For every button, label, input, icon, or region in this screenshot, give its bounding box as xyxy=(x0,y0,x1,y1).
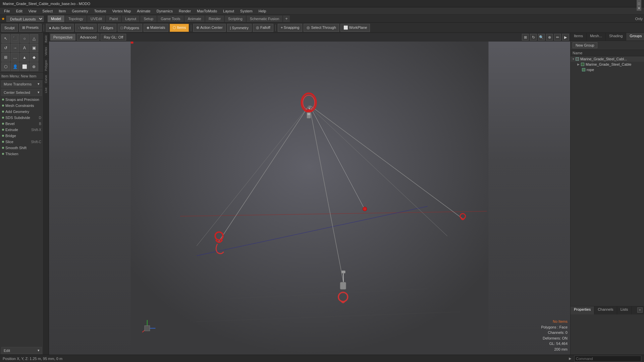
tool-rotate[interactable]: ○ xyxy=(20,34,29,43)
tab-render[interactable]: Render xyxy=(205,15,224,22)
menu-maxtomodo[interactable]: MaxToModo xyxy=(194,8,220,14)
item-menu-row[interactable]: Item Menu: New Item xyxy=(0,73,43,80)
tab-paint[interactable]: Paint xyxy=(106,15,121,22)
advanced-btn[interactable]: Advanced xyxy=(77,34,99,41)
menu-file[interactable]: File xyxy=(1,8,13,14)
strip-live[interactable]: Live xyxy=(44,85,49,95)
close-button[interactable]: ✕ xyxy=(637,6,641,11)
edges-button[interactable]: / Edges xyxy=(98,24,116,32)
tab-animate[interactable]: Animate xyxy=(184,15,205,22)
tool-10[interactable]: … xyxy=(11,53,19,62)
tab-game-tools[interactable]: Game Tools xyxy=(157,15,184,22)
menu-view[interactable]: View xyxy=(26,8,39,14)
viewport-canvas[interactable]: No Items Polygons : Face Channels: 0 Def… xyxy=(49,42,570,355)
vertices-button[interactable]: · Vertices xyxy=(75,24,96,32)
right-tab-mesh[interactable]: Mesh... xyxy=(587,33,606,41)
lists-tab[interactable]: Lists xyxy=(617,306,632,314)
items-button[interactable]: ⬡ Items xyxy=(170,24,189,32)
channels-tab[interactable]: Channels xyxy=(594,306,617,314)
right-tab-shading[interactable]: Shading xyxy=(606,33,626,41)
tool-select[interactable]: ↖ xyxy=(1,34,10,43)
presets-button[interactable]: ⊞ Presets xyxy=(19,24,42,32)
tab-scripting[interactable]: Scripting xyxy=(225,15,246,22)
sidebar-thicken[interactable]: Thicken xyxy=(0,151,43,157)
select-through-button[interactable]: ◎ Select Through xyxy=(304,24,339,32)
tab-layout[interactable]: Layout xyxy=(122,15,140,22)
viewport-icon-4[interactable]: ⊕ xyxy=(546,34,553,41)
viewport-icon-5[interactable]: ✏ xyxy=(554,34,561,41)
bottom-panel-add[interactable]: + xyxy=(637,307,643,313)
right-tab-groups[interactable]: Groups xyxy=(626,33,644,41)
snapping-button[interactable]: ⌖ Snapping xyxy=(278,24,303,32)
menu-vertex-map[interactable]: Vertex Map xyxy=(110,8,134,14)
center-selected-dropdown[interactable]: Center Selected ▾ xyxy=(1,89,42,96)
command-input[interactable] xyxy=(574,356,641,362)
strip-curve[interactable]: Curve xyxy=(44,73,49,85)
viewport-icon-1[interactable]: ⊞ xyxy=(522,34,529,41)
sidebar-smooth-shift[interactable]: Smooth Shift xyxy=(0,145,43,151)
menu-system[interactable]: System xyxy=(237,8,255,14)
sidebar-add-geometry[interactable]: Add Geometry xyxy=(0,109,43,115)
tool-move[interactable]: ⬛ xyxy=(11,34,19,43)
tool-16[interactable]: ⊕ xyxy=(30,62,38,71)
menu-layout[interactable]: Layout xyxy=(220,8,237,14)
tool-scale[interactable]: △ xyxy=(30,34,38,43)
menu-help[interactable]: Help xyxy=(256,8,269,14)
strip-basic[interactable]: Basic xyxy=(44,33,49,45)
sidebar-snaps[interactable]: Snaps and Precision xyxy=(0,97,43,103)
auto-select-button[interactable]: ● Auto Select xyxy=(46,24,74,32)
sidebar-bridge[interactable]: Bridge xyxy=(0,133,43,139)
tab-topology[interactable]: Topology xyxy=(65,15,87,22)
menu-item[interactable]: Item xyxy=(56,8,68,14)
tool-9[interactable]: ⊞ xyxy=(1,53,10,62)
perspective-btn[interactable]: Perspective xyxy=(50,34,75,41)
sidebar-slice[interactable]: Slice Shift-C xyxy=(0,139,43,145)
sidebar-sds-subdivide[interactable]: SDS Subdivide D xyxy=(0,115,43,121)
polygons-button[interactable]: □ Polygons xyxy=(118,24,142,32)
tab-setup[interactable]: Setup xyxy=(140,15,157,22)
properties-tab[interactable]: Properties xyxy=(571,306,594,314)
tool-15[interactable]: ⬜ xyxy=(20,62,29,71)
tree-item-group-root[interactable]: ▾ Marine_Grade_Steel_Cabl... xyxy=(571,56,644,62)
menu-render[interactable]: Render xyxy=(176,8,194,14)
more-transforms-button[interactable]: More Transforms ▾ xyxy=(1,80,42,87)
layout-dropdown[interactable]: Default Layouts xyxy=(6,16,44,22)
viewport-icon-3[interactable]: 🔍 xyxy=(538,34,545,41)
tool-13[interactable]: ⬡ xyxy=(1,62,10,71)
maximize-button[interactable]: □ xyxy=(637,1,641,6)
falloff-button[interactable]: ◎ Falloff xyxy=(253,24,273,32)
sidebar-extrude[interactable]: Extrude Shift-X xyxy=(0,127,43,133)
menu-select[interactable]: Select xyxy=(40,8,55,14)
tool-5[interactable]: ↺ xyxy=(1,44,10,52)
symmetry-button[interactable]: | Symmetry xyxy=(227,24,252,32)
sculpt-button[interactable]: Sculpt xyxy=(1,24,18,32)
tool-6[interactable]: → xyxy=(11,44,19,52)
menu-dynamics[interactable]: Dynamics xyxy=(154,8,175,14)
new-group-button[interactable]: New Group xyxy=(573,42,597,48)
tab-uvedit[interactable]: UVEdit xyxy=(87,15,105,22)
sidebar-bevel[interactable]: Bevel B xyxy=(0,121,43,127)
viewport-icon-2[interactable]: ↻ xyxy=(530,34,537,41)
menu-animate[interactable]: Animate xyxy=(134,8,153,14)
tool-8[interactable]: ▣ xyxy=(30,44,38,52)
materials-button[interactable]: ◈ Materials xyxy=(144,24,168,32)
ray-gl-btn[interactable]: Ray GL: Off xyxy=(101,34,126,41)
menu-texture[interactable]: Texture xyxy=(92,8,109,14)
tool-14[interactable]: 👤 xyxy=(11,62,19,71)
strip-polygon[interactable]: Polygon xyxy=(44,58,49,73)
right-tab-items[interactable]: Items xyxy=(571,33,587,41)
menu-edit[interactable]: Edit xyxy=(13,8,25,14)
workplane-button[interactable]: ⬜ WorkPlane xyxy=(340,24,370,32)
action-center-button[interactable]: ⊕ Action Center xyxy=(193,24,225,32)
tree-item-rope[interactable]: rope xyxy=(571,67,644,72)
tab-model[interactable]: Model xyxy=(48,15,64,22)
tool-7[interactable]: A xyxy=(20,44,29,52)
menu-geometry[interactable]: Geometry xyxy=(69,8,91,14)
strip-vertex[interactable]: Vertex xyxy=(44,45,49,58)
sidebar-mesh-constraints[interactable]: Mesh Constraints xyxy=(0,103,43,109)
edit-dropdown[interactable]: Edit ▾ xyxy=(1,347,42,354)
tool-12[interactable]: ◆ xyxy=(30,53,38,62)
add-tab-button[interactable]: + xyxy=(283,15,290,22)
tool-11[interactable]: ▲ xyxy=(20,53,29,62)
viewport-icon-6[interactable]: ▶ xyxy=(562,34,569,41)
